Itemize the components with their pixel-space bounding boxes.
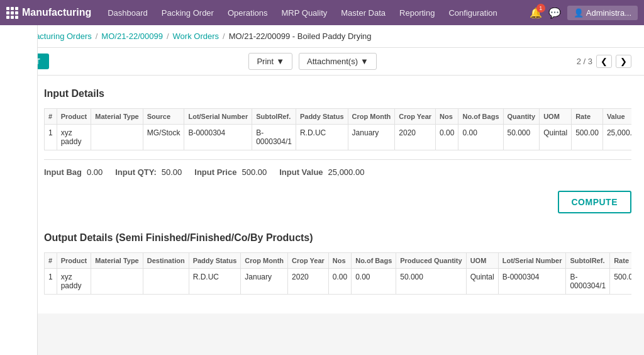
chat-icon[interactable]: 💬 xyxy=(548,7,561,19)
output-cell-0: 1 xyxy=(45,269,57,295)
col-num: # xyxy=(45,109,57,125)
out-col-paddy-status: Paddy Status xyxy=(189,253,241,269)
input-cell-7: January xyxy=(348,125,395,150)
input-cell-11: 50.000 xyxy=(503,125,540,150)
output-cell-2 xyxy=(91,269,143,295)
breadcrumb-sep-1: / xyxy=(96,31,98,41)
print-dropdown-icon: ▼ xyxy=(276,57,284,66)
output-cell-6: 2020 xyxy=(288,269,329,295)
nav-packing-order[interactable]: Packing Order xyxy=(155,6,220,20)
input-table-header-row: # Product Material Type Source Lot/Seria… xyxy=(45,109,632,125)
input-value-value: 25,000.00 xyxy=(328,167,365,177)
col-no-bags: No.of Bags xyxy=(458,109,503,125)
breadcrumb-mo-number[interactable]: MO/21-22/00099 xyxy=(101,31,163,41)
input-value-summary: Input Value 25,000.00 xyxy=(279,167,364,177)
out-col-sublot-ref: SubtolRef. xyxy=(566,253,610,269)
output-cell-7: 0.00 xyxy=(328,269,351,295)
page-navigation: 2 / 3 ❮ ❯ xyxy=(577,55,631,68)
input-cell-8: 2020 xyxy=(395,125,436,150)
input-cell-14: 25,000.00 xyxy=(602,125,631,150)
prev-page-button[interactable]: ❮ xyxy=(596,55,612,68)
col-uom: UOM xyxy=(540,109,572,125)
col-value: Value xyxy=(602,109,631,125)
out-col-no-bags: No.of Bags xyxy=(352,253,396,269)
top-right-actions: 🔔 1 💬 👤 Administra... xyxy=(530,6,638,20)
page-info: 2 / 3 xyxy=(577,57,592,66)
input-bag-label: Input Bag xyxy=(44,167,82,177)
output-section-title: Output Details (Semi Finished/Finished/C… xyxy=(44,232,631,244)
top-navigation: Manufacturing Dashboard Packing Order Op… xyxy=(0,0,644,25)
admin-label: Administra... xyxy=(586,8,631,18)
out-col-rate: Rate xyxy=(610,253,631,269)
input-bag-summary: Input Bag 0.00 xyxy=(44,167,103,177)
admin-menu-button[interactable]: 👤 Administra... xyxy=(567,6,638,20)
out-col-lot-serial: Lot/Serial Number xyxy=(498,253,566,269)
output-table-row: 1xyz paddyR.D.UCJanuary20200.000.0050.00… xyxy=(45,269,632,295)
col-product: Product xyxy=(57,109,91,125)
attachment-dropdown-icon: ▼ xyxy=(360,57,369,66)
col-crop-month: Crop Month xyxy=(348,109,395,125)
breadcrumb-current: MO/21-22/00099 - Boiled Paddy Drying xyxy=(229,31,372,41)
nav-configuration[interactable]: Configuration xyxy=(442,6,503,20)
input-cell-10: 0.00 xyxy=(458,125,503,150)
input-price-label: Input Price xyxy=(194,167,236,177)
input-qty-label: Input QTY: xyxy=(115,167,156,177)
out-col-produced-qty: Produced Quantity xyxy=(396,253,466,269)
notifications-icon[interactable]: 🔔 1 xyxy=(530,7,542,19)
nav-menu: Dashboard Packing Order Operations MRP Q… xyxy=(101,6,526,20)
input-price-value: 500.00 xyxy=(242,167,267,177)
output-cell-11: B-0000304 xyxy=(498,269,566,295)
nav-master-data[interactable]: Master Data xyxy=(335,6,392,20)
col-paddy-status: Paddy Status xyxy=(296,109,348,125)
output-cell-4: R.D.UC xyxy=(189,269,241,295)
input-cell-5: B-0000304/1 xyxy=(252,125,296,150)
input-cell-13: 500.00 xyxy=(572,125,603,150)
input-bag-value: 0.00 xyxy=(87,167,103,177)
output-cell-12: B-0000304/1 xyxy=(566,269,610,295)
admin-avatar-icon: 👤 xyxy=(574,8,584,18)
output-cell-8: 0.00 xyxy=(352,269,396,295)
input-qty-value: 50.00 xyxy=(162,167,182,177)
input-table-row: 1xyz paddyMG/StockB-0000304B-0000304/1R.… xyxy=(45,125,632,150)
col-rate: Rate xyxy=(572,109,603,125)
input-cell-3: MG/Stock xyxy=(143,125,184,150)
left-sidebar xyxy=(0,25,38,313)
out-col-product: Product xyxy=(57,253,91,269)
print-button[interactable]: Print ▼ xyxy=(248,53,292,70)
out-col-uom: UOM xyxy=(466,253,498,269)
col-quantity: Quantity xyxy=(503,109,540,125)
input-cell-2 xyxy=(91,125,143,150)
nav-reporting[interactable]: Reporting xyxy=(393,6,441,20)
notification-badge: 1 xyxy=(536,4,545,13)
toolbar: EDIT Print ▼ Attachment(s) ▼ 2 / 3 ❮ ❯ xyxy=(0,48,644,76)
input-cell-12: Quintal xyxy=(540,125,572,150)
output-cell-10: Quintal xyxy=(466,269,498,295)
input-cell-1: xyz paddy xyxy=(57,125,91,150)
breadcrumb-sep-3: / xyxy=(223,31,225,41)
output-cell-9: 50.000 xyxy=(396,269,466,295)
next-page-button[interactable]: ❯ xyxy=(616,55,631,68)
output-table: # Product Material Type Destination Padd… xyxy=(44,252,631,295)
input-cell-0: 1 xyxy=(45,125,57,150)
attachment-label: Attachment(s) xyxy=(307,57,358,66)
col-crop-year: Crop Year xyxy=(395,109,436,125)
out-col-crop-year: Crop Year xyxy=(288,253,329,269)
nav-mrp-quality[interactable]: MRP Quality xyxy=(275,6,334,20)
input-price-summary: Input Price 500.00 xyxy=(194,167,267,177)
output-cell-13: 500.00 xyxy=(610,269,631,295)
breadcrumb: Manufacturing Orders / MO/21-22/00099 / … xyxy=(0,25,644,48)
col-sublot-ref: SubtolRef. xyxy=(252,109,296,125)
breadcrumb-work-orders[interactable]: Work Orders xyxy=(173,31,219,41)
output-cell-5: January xyxy=(241,269,288,295)
input-cell-9: 0.00 xyxy=(436,125,458,150)
input-section-title: Input Details xyxy=(44,88,631,99)
col-material-type: Material Type xyxy=(91,109,143,125)
app-logo: Manufacturing xyxy=(6,7,91,19)
nav-dashboard[interactable]: Dashboard xyxy=(101,6,154,20)
nav-operations[interactable]: Operations xyxy=(221,6,274,20)
breadcrumb-sep-2: / xyxy=(167,31,169,41)
compute-button[interactable]: COMPUTE xyxy=(558,191,632,213)
output-cell-1: xyz paddy xyxy=(57,269,91,295)
attachment-button[interactable]: Attachment(s) ▼ xyxy=(299,53,377,70)
input-value-label: Input Value xyxy=(279,167,323,177)
